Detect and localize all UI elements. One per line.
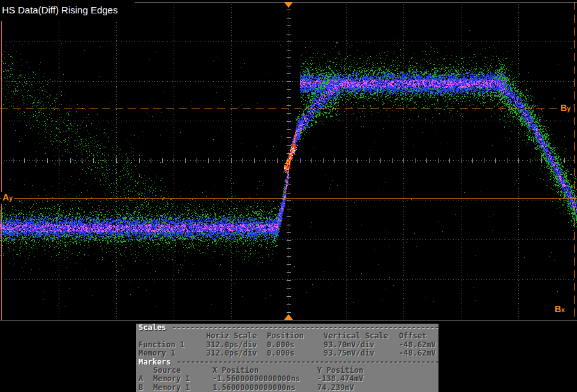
scales-row-function1: Function 1 312.0ps/div 0.000s 93.70mV/di… — [136, 341, 438, 349]
oscilloscope-screen: Ay By Bx HS Data(Diff) Rising Edges Scal… — [0, 0, 577, 392]
scales-row-memory1: Memory 1 312.0ps/div 0.000s 93.75mV/div … — [136, 349, 438, 358]
waveform-display: Ay By Bx HS Data(Diff) Rising Edges — [0, 0, 577, 320]
col-vertical-scale: Vertical Scale — [324, 332, 388, 341]
markers-header-row: Markers---------------------------------… — [136, 358, 438, 366]
readout-panel: Scales----------------------------------… — [136, 324, 438, 392]
marker-ay-label[interactable]: Ay — [1, 192, 14, 204]
plot-title: HS Data(Diff) Rising Edges — [0, 0, 135, 21]
scales-header: Scales — [139, 324, 166, 333]
marker-by-label[interactable]: By — [559, 103, 572, 114]
marker-row-a: A Memory 1 -1.56000000000000ns -138.474m… — [136, 375, 438, 383]
marker-ax-line[interactable] — [1, 2, 2, 320]
col-position: Position — [267, 332, 304, 341]
markers-columns-row: Source X Position Y Position — [136, 366, 438, 375]
trigger-marker-top-icon[interactable] — [284, 2, 293, 8]
marker-ay-line[interactable] — [0, 198, 577, 199]
marker-bx-line[interactable] — [574, 2, 575, 320]
col-offset: Offset — [399, 332, 426, 341]
scales-columns-row: Horiz Scale Position Vertical Scale Offs… — [136, 332, 438, 340]
marker-row-b: B Memory 1 1.56000000000000ns 74.239mV — [136, 384, 438, 392]
col-horiz-scale: Horiz Scale — [206, 332, 257, 341]
marker-bx-label[interactable]: Bx — [553, 304, 566, 315]
trigger-marker-bottom-icon[interactable] — [284, 314, 293, 320]
marker-by-line[interactable] — [0, 109, 560, 109]
scales-header-row: Scales----------------------------------… — [136, 324, 438, 332]
persistence-scatter — [0, 0, 577, 320]
